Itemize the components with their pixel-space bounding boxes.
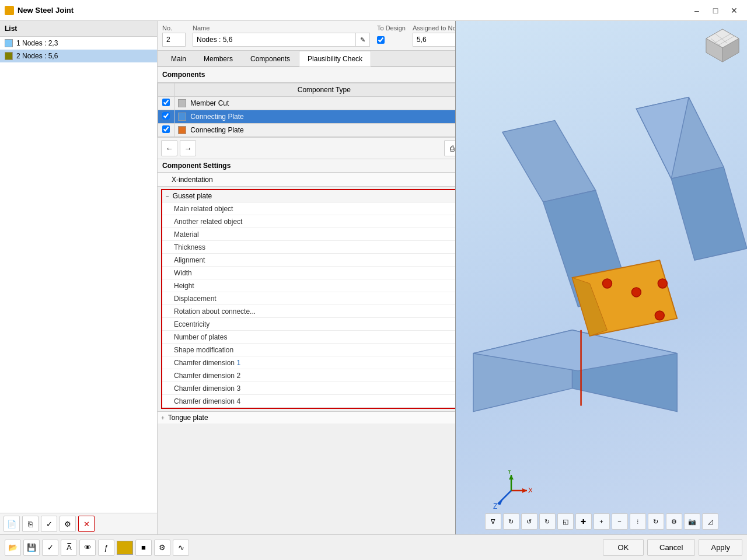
row-checkbox[interactable] — [162, 99, 170, 106]
axis-widget: X Y Z — [491, 470, 526, 505]
name-label: Name — [193, 24, 370, 32]
tab-plausibility-check[interactable]: Plausibility Check — [299, 51, 371, 66]
component-type-cell: Connecting Plate — [174, 124, 474, 137]
col-component-type: Component Type — [174, 83, 474, 97]
function-button[interactable]: ƒ — [98, 540, 114, 556]
view-iso-button[interactable]: ◱ — [557, 513, 574, 530]
svg-point-19 — [631, 288, 641, 297]
window-title: New Steel Joint — [18, 6, 74, 15]
svg-text:Z: Z — [493, 502, 497, 510]
no-field-group: No. 2 — [162, 24, 186, 47]
tongue-plate-label: Tongue plate — [168, 414, 208, 422]
add-button[interactable]: 📄 — [4, 516, 20, 532]
render-settings-button[interactable]: ⚙ — [666, 513, 682, 530]
to-design-checkbox[interactable] — [377, 36, 385, 44]
component-color — [178, 113, 186, 121]
to-design-label: To Design — [377, 24, 406, 32]
component-type-cell: Connecting Plate — [174, 110, 474, 124]
rotate-x-button[interactable]: ↻ — [503, 513, 519, 530]
svg-line-29 — [498, 491, 511, 504]
ok-button[interactable]: OK — [603, 539, 644, 556]
text-button[interactable]: A̅ — [61, 540, 77, 556]
move-up-button[interactable]: ← — [161, 140, 177, 156]
list-item-color — [5, 39, 13, 47]
display-settings-button[interactable]: ⚙ — [154, 540, 170, 556]
name-input-group: ✎ — [193, 33, 370, 47]
zoom-in-button[interactable]: + — [594, 513, 610, 530]
no-value: 2 — [162, 33, 186, 47]
zoom-fit-button[interactable]: ✚ — [575, 513, 592, 530]
fullscreen-button[interactable]: ◿ — [702, 513, 718, 530]
titlebar: New Steel Joint – □ ✕ — [0, 0, 747, 21]
svg-marker-27 — [509, 475, 514, 480]
screenshot-button[interactable]: 📷 — [684, 513, 700, 530]
cancel-button[interactable]: Cancel — [647, 539, 695, 556]
tab-members[interactable]: Members — [195, 51, 242, 66]
settings-button[interactable]: ⚙ — [60, 516, 76, 532]
duplicate-button[interactable]: ⎘ — [22, 516, 39, 532]
svg-text:Y: Y — [507, 470, 512, 475]
svg-point-20 — [658, 279, 667, 288]
color-picker[interactable] — [117, 541, 133, 555]
name-field-group: Name ✎ — [193, 24, 370, 47]
left-panel-toolbar: 📄 ⎘ ✓ ⚙ ✕ — [0, 513, 157, 534]
name-input[interactable] — [193, 33, 356, 47]
bottom-left-tools: 📂 💾 ✓ A̅ 👁 ƒ ■ ⚙ ∿ — [5, 540, 189, 556]
to-design-field-group: To Design — [377, 24, 406, 47]
apply-button[interactable]: Apply — [699, 539, 742, 556]
open-file-button[interactable]: 📂 — [5, 540, 21, 556]
rotate-y-button[interactable]: ↺ — [521, 513, 537, 530]
rotate-z-button[interactable]: ↻ — [539, 513, 556, 530]
name-edit-button[interactable]: ✎ — [356, 33, 370, 47]
view-3d-toolbar: ∇ ↻ ↺ ↻ ◱ ✚ + − ⁝ ↻ ⚙ 📷 ◿ — [456, 513, 747, 530]
close-button[interactable]: ✕ — [726, 2, 742, 19]
tab-main[interactable]: Main — [162, 51, 195, 66]
component-color — [178, 99, 186, 107]
tab-components[interactable]: Components — [242, 51, 299, 66]
bottom-right-buttons: OK Cancel Apply — [603, 539, 742, 556]
list-item-color — [5, 52, 13, 60]
app-icon — [5, 6, 14, 15]
svg-point-18 — [602, 279, 612, 288]
graph-button[interactable]: ∿ — [173, 540, 189, 556]
list-item-label: 2 Nodes : 5,6 — [16, 52, 58, 60]
pan-button[interactable]: ⁝ — [630, 513, 646, 530]
zoom-out-button[interactable]: − — [612, 513, 628, 530]
component-color — [178, 126, 186, 134]
list-header: List — [0, 21, 157, 37]
move-down-button[interactable]: → — [180, 140, 196, 156]
col-check — [158, 83, 174, 97]
svg-marker-12 — [671, 167, 747, 260]
orbit-button[interactable]: ↻ — [648, 513, 664, 530]
delete-button[interactable]: ✕ — [78, 516, 95, 532]
row-checkbox[interactable] — [162, 112, 170, 120]
maximize-button[interactable]: □ — [707, 2, 724, 19]
svg-marker-14 — [502, 121, 596, 202]
bottom-toolbar: 📂 💾 ✓ A̅ 👁 ƒ ■ ⚙ ∿ OK Cancel Apply — [0, 534, 747, 560]
to-design-checkbox-field — [377, 33, 406, 47]
color-settings-button[interactable]: ■ — [135, 540, 152, 556]
list-item-label: 1 Nodes : 2,3 — [16, 39, 58, 47]
view-button[interactable]: 👁 — [79, 540, 96, 556]
list-item[interactable]: 2 Nodes : 5,6 — [0, 50, 157, 62]
gusset-title: Gusset plate — [173, 192, 212, 200]
collapse-icon: − — [166, 193, 169, 200]
left-panel: List 1 Nodes : 2,3 2 Nodes : 5,6 📄 ⎘ ✓ ⚙… — [0, 21, 158, 534]
svg-text:X: X — [528, 487, 532, 495]
list-items: 1 Nodes : 2,3 2 Nodes : 5,6 — [0, 37, 157, 513]
row-checkbox[interactable] — [162, 125, 170, 133]
save-file-button[interactable]: 💾 — [23, 540, 40, 556]
3d-canvas[interactable]: X Y Z ∇ ↻ ↺ ↻ ◱ ✚ + − ⁝ ↻ ⚙ 📷 — [456, 21, 747, 534]
view-3d-panel: X Y Z ∇ ↻ ↺ ↻ ◱ ✚ + − ⁝ ↻ ⚙ 📷 — [455, 21, 747, 534]
settings-title: Component Settings — [162, 162, 231, 170]
svg-point-21 — [655, 311, 664, 320]
no-label: No. — [162, 24, 186, 32]
check-button[interactable]: ✓ — [41, 516, 57, 532]
validate-button[interactable]: ✓ — [42, 540, 58, 556]
expand-icon: + — [161, 415, 165, 421]
minimize-button[interactable]: – — [689, 2, 705, 19]
component-type-cell: Member Cut — [174, 97, 474, 110]
fit-view-button[interactable]: ∇ — [485, 513, 501, 530]
list-item[interactable]: 1 Nodes : 2,3 — [0, 37, 157, 50]
window-controls: – □ ✕ — [689, 2, 742, 19]
